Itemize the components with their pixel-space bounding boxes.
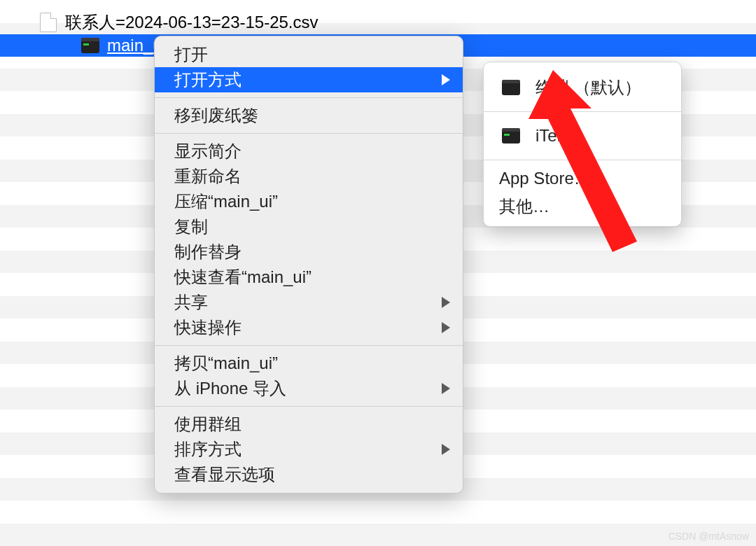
menu-label: 打开 — [174, 43, 208, 66]
chevron-right-icon — [442, 383, 450, 394]
menu-sort-by[interactable]: 排序方式 — [155, 437, 463, 462]
menu-label: 查看显示选项 — [174, 463, 275, 486]
chevron-right-icon — [442, 444, 450, 455]
menu-trash[interactable]: 移到废纸篓 — [155, 103, 463, 128]
menu-rename[interactable]: 重新命名 — [155, 164, 463, 189]
menu-separator — [484, 160, 681, 160]
document-icon — [38, 13, 58, 32]
menu-label: 共享 — [174, 291, 208, 314]
menu-label: 压缩“main_ui” — [174, 190, 278, 213]
submenu-app-store[interactable]: App Store… — [484, 164, 681, 192]
menu-quick-look[interactable]: 快速查看“main_ui” — [155, 265, 463, 290]
menu-label: 从 iPhone 导入 — [174, 377, 286, 400]
menu-label: 复制 — [174, 216, 208, 238]
menu-quick-actions[interactable]: 快速操作 — [155, 315, 463, 340]
menu-use-groups[interactable]: 使用群组 — [155, 412, 463, 437]
menu-duplicate[interactable]: 复制 — [155, 214, 463, 239]
menu-label: 重新命名 — [174, 165, 241, 188]
menu-view-options[interactable]: 查看显示选项 — [155, 462, 463, 487]
chevron-right-icon — [442, 322, 450, 333]
menu-separator — [155, 97, 463, 98]
menu-copy[interactable]: 拷贝“main_ui” — [155, 351, 463, 376]
menu-import-iphone[interactable]: 从 iPhone 导入 — [155, 376, 463, 401]
menu-separator — [155, 345, 463, 346]
menu-label: 打开方式 — [174, 69, 241, 91]
menu-label: 快速操作 — [174, 316, 241, 339]
chevron-right-icon — [442, 74, 450, 85]
iterm-app-icon — [499, 126, 523, 146]
watermark: CSDN @mtAsnow — [668, 531, 749, 542]
menu-separator — [484, 111, 681, 112]
submenu-terminal[interactable]: 终端 （默认） — [484, 68, 681, 107]
menu-separator — [155, 406, 463, 407]
terminal-file-icon — [80, 36, 100, 55]
menu-label: 使用群组 — [174, 413, 241, 435]
menu-open[interactable]: 打开 — [155, 42, 463, 67]
menu-label: 排序方式 — [174, 438, 241, 461]
submenu-label: 终端 （默认） — [536, 76, 641, 99]
menu-label: 显示简介 — [174, 140, 241, 162]
submenu-label: App Store… — [499, 169, 591, 188]
menu-label: 拷贝“main_ui” — [174, 352, 278, 374]
submenu-label: 其他… — [499, 195, 550, 218]
menu-separator — [155, 133, 463, 134]
submenu-other[interactable]: 其他… — [484, 192, 681, 220]
menu-label: 移到废纸篓 — [174, 104, 258, 127]
menu-label: 制作替身 — [174, 241, 241, 263]
menu-share[interactable]: 共享 — [155, 290, 463, 315]
menu-compress[interactable]: 压缩“main_ui” — [155, 189, 463, 214]
menu-label: 快速查看“main_ui” — [174, 266, 312, 288]
menu-alias[interactable]: 制作替身 — [155, 239, 463, 265]
open-with-submenu: 终端 （默认） iTerm App Store… 其他… — [483, 62, 682, 227]
file-row-csv[interactable]: 联系人=2024-06-13=23-15-25.csv — [0, 11, 756, 34]
terminal-app-icon — [499, 78, 523, 97]
context-menu: 打开 打开方式 移到废纸篓 显示简介 重新命名 压缩“main_ui” 复制 制… — [154, 36, 463, 493]
submenu-iterm[interactable]: iTerm — [484, 116, 681, 155]
menu-get-info[interactable]: 显示简介 — [155, 139, 463, 164]
submenu-label: iTerm — [536, 126, 577, 146]
chevron-right-icon — [442, 297, 450, 308]
file-name: 联系人=2024-06-13=23-15-25.csv — [65, 11, 318, 34]
menu-open-with[interactable]: 打开方式 — [155, 67, 463, 92]
